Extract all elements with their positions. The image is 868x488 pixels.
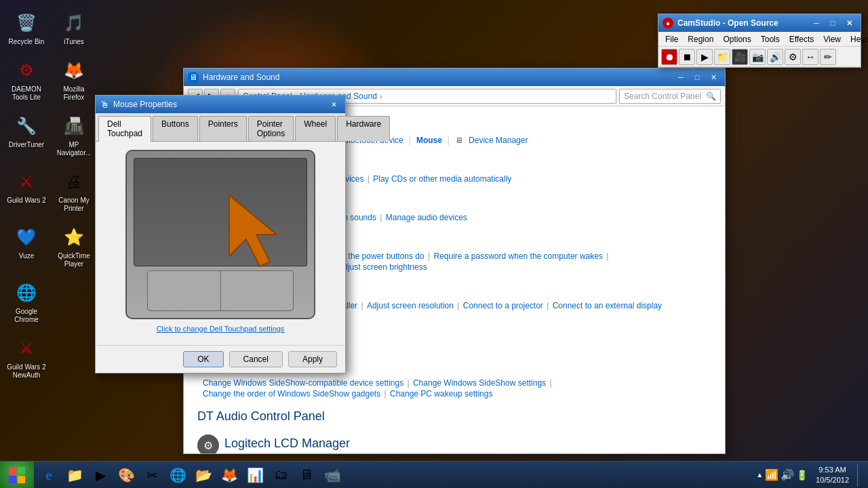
ok-button[interactable]: OK — [183, 351, 223, 367]
apply-button[interactable]: Apply — [288, 351, 337, 367]
control-panel-titlebar[interactable]: 🖥 Hardware and Sound ─ □ ✕ — [184, 68, 725, 86]
logitech-title: Logitech LCD Manager — [224, 436, 350, 451]
taskbar-camera[interactable]: 📹 — [320, 464, 344, 487]
tab-hardware[interactable]: Hardware — [337, 116, 390, 141]
video-button[interactable]: 🎥 — [732, 49, 748, 65]
vuze-graphic: 💙 — [13, 224, 40, 251]
quicktime-label: QuickTime Player — [54, 252, 94, 268]
logitech-section: ⚙ Logitech LCD Manager — [197, 434, 711, 453]
taskbar-folder2[interactable]: 🗂 — [269, 464, 293, 487]
guild-wars-newauth-icon[interactable]: ⚔ Guild Wars 2 NewAuth — [3, 332, 50, 382]
screenshot-button[interactable]: 📷 — [749, 49, 766, 65]
taskbar-ppt[interactable]: 📊 — [243, 464, 267, 487]
sideshow-wakeup-link[interactable]: Change PC wakeup settings — [390, 389, 492, 399]
cp-close-button[interactable]: ✕ — [706, 70, 721, 84]
canon-printer-icon[interactable]: 🖨 Canon My Printer — [51, 165, 97, 216]
daemon-tools-label: DAEMON Tools Lite — [6, 85, 47, 102]
sideshow-settings-link[interactable]: Change Windows SideShow settings — [413, 378, 546, 388]
taskbar-wmp[interactable]: ▶ — [88, 464, 113, 487]
camstudio-titlebar[interactable]: ● CamStudio - Open Source ─ □ ✕ — [658, 14, 861, 32]
audio-button[interactable]: 🔊 — [767, 49, 783, 65]
clock[interactable]: 9:53 AM 10/5/2012 — [810, 465, 854, 485]
camstudio-maximize-button[interactable]: □ — [825, 16, 840, 30]
menu-file[interactable]: File — [661, 33, 682, 45]
firefox-icon[interactable]: 🦊 Mozilla Firefox — [51, 54, 97, 104]
record-button[interactable]: ⏺ — [661, 49, 677, 65]
guild-wars-2-icon[interactable]: ⚔ Guild Wars 2 — [3, 165, 50, 216]
tab-pointer-options[interactable]: Pointer Options — [248, 116, 294, 141]
taskbar-snipping[interactable]: ✂ — [140, 464, 164, 487]
settings-button[interactable]: ⚙ — [785, 49, 801, 65]
search-box[interactable]: Search Control Panel 🔍 — [619, 89, 721, 104]
logitech-icon: ⚙ — [197, 434, 219, 453]
menu-region[interactable]: Region — [684, 33, 717, 45]
taskbar-folder[interactable]: 📂 — [191, 464, 216, 487]
sideshow-order-link[interactable]: Change the order of Windows SideShow gad… — [203, 389, 380, 399]
camstudio-controls: ─ □ ✕ — [809, 16, 856, 30]
tray-volume[interactable]: 🔊 — [781, 468, 794, 481]
menu-tools[interactable]: Tools — [757, 33, 784, 45]
itunes-icon[interactable]: 🎵 iTunes — [51, 7, 97, 49]
google-chrome-label: Google Chrome — [6, 308, 47, 324]
mouse-dialog-titlebar[interactable]: 🖱 Mouse Properties ✕ — [96, 96, 345, 113]
google-chrome-icon[interactable]: 🌐 Google Chrome — [3, 277, 50, 327]
cp-minimize-button[interactable]: ─ — [673, 70, 688, 84]
device-manager-link[interactable]: Device Manager — [469, 136, 528, 145]
menu-help[interactable]: Help — [846, 33, 868, 45]
resize-button[interactable]: ↔ — [802, 49, 818, 65]
touchpad-preview — [125, 150, 315, 319]
mouse-dialog-title: Mouse Properties — [113, 100, 177, 109]
resolution-link[interactable]: Adjust screen resolution — [367, 301, 454, 310]
tab-dell-touchpad[interactable]: Dell Touchpad — [98, 116, 151, 142]
manage-audio-link[interactable]: Manage audio devices — [386, 213, 467, 222]
cp-maximize-button[interactable]: □ — [690, 70, 705, 84]
tray-arrow[interactable]: ▲ — [756, 471, 763, 479]
taskbar-firefox[interactable]: 🦊 — [217, 464, 241, 487]
start-button[interactable] — [0, 462, 34, 489]
tab-pointers[interactable]: Pointers — [199, 116, 247, 141]
touchpad-left-button — [148, 271, 221, 310]
stop-button[interactable]: ⏹ — [679, 49, 695, 65]
daemon-tools-icon[interactable]: ⚙ DAEMON Tools Lite — [3, 54, 50, 104]
camstudio-minimize-button[interactable]: ─ — [809, 16, 824, 30]
touchpad-settings-link[interactable]: Click to change Dell Touchpad settings — [104, 325, 337, 333]
quicktime-graphic: ⭐ — [60, 224, 87, 251]
drivertuner-icon[interactable]: 🔧 DriverTuner — [3, 110, 50, 160]
taskbar-remote[interactable]: 🖥 — [294, 464, 319, 487]
mouse-link[interactable]: Mouse — [416, 136, 442, 145]
sideshow-devices-link[interactable]: Change Windows SideShow-compatible devic… — [203, 378, 403, 388]
external-display-link[interactable]: Connect to an external display — [553, 301, 662, 310]
autoplay-cds-link[interactable]: Play CDs or other media automatically — [373, 174, 511, 184]
search-icon[interactable]: 🔍 — [706, 92, 716, 101]
guild-wars-2-graphic: ⚔ — [13, 168, 40, 195]
tray-network: 📶 — [765, 468, 778, 481]
play-button[interactable]: ▶ — [696, 49, 713, 65]
recycle-bin-icon[interactable]: 🗑️ Recycle Bin — [3, 7, 50, 49]
sideshow-links: Change Windows SideShow-compatible devic… — [197, 378, 711, 399]
taskbar-chrome[interactable]: 🌐 — [165, 464, 190, 487]
itunes-graphic: 🎵 — [60, 9, 87, 37]
taskbar-explorer[interactable]: 📁 — [62, 464, 87, 487]
tab-buttons[interactable]: Buttons — [153, 116, 198, 141]
menu-options[interactable]: Options — [719, 33, 755, 45]
open-button[interactable]: 📁 — [714, 49, 730, 65]
menu-effects[interactable]: Effects — [785, 33, 818, 45]
cancel-button[interactable]: Cancel — [229, 351, 283, 367]
require-password-link[interactable]: Require a password when the computer wak… — [433, 251, 602, 261]
dt-audio-section: DT Audio Control Panel — [197, 409, 711, 424]
mp-navigator-icon[interactable]: 📠 MP Navigator... — [51, 110, 97, 160]
mouse-dialog-close-button[interactable]: ✕ — [326, 98, 341, 111]
menu-view[interactable]: View — [819, 33, 845, 45]
taskbar-ie[interactable]: e — [37, 464, 61, 487]
mouse-dialog-icon: 🖱 — [100, 99, 109, 110]
annotation-button[interactable]: ✏ — [820, 49, 836, 65]
quicktime-icon[interactable]: ⭐ QuickTime Player — [51, 221, 97, 271]
tab-wheel[interactable]: Wheel — [295, 116, 336, 141]
camstudio-menu: File Region Options Tools Effects View H… — [658, 32, 861, 47]
show-desktop-button[interactable] — [857, 464, 863, 487]
projector-link[interactable]: Connect to a projector — [463, 301, 543, 310]
camstudio-close-button[interactable]: ✕ — [842, 16, 856, 30]
vuze-icon[interactable]: 💙 Vuze — [3, 221, 50, 271]
brightness-link[interactable]: Adjust screen brightness — [338, 262, 427, 272]
taskbar-paint[interactable]: 🎨 — [114, 464, 138, 487]
